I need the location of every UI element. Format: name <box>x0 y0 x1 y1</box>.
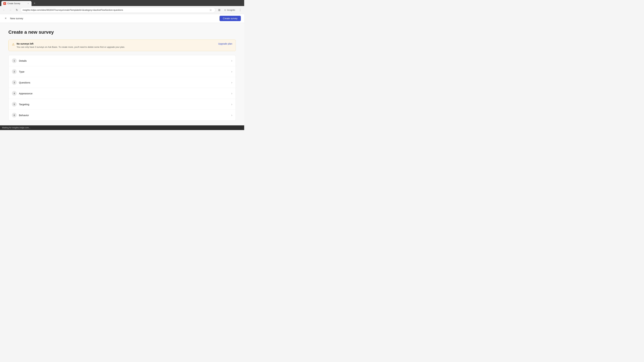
url-bar[interactable]: insights.hotjar.com/sites/3818347/survey… <box>20 7 216 13</box>
warning-text: You can only have 3 surveys on Ask Basic… <box>16 46 213 48</box>
menu-button[interactable]: ⋮ <box>238 7 243 13</box>
menu-icon: ⋮ <box>239 8 242 11</box>
chevron-icon: › <box>231 59 232 62</box>
extensions-icon: ⊞ <box>218 8 220 11</box>
step-label: Questions <box>19 81 231 84</box>
tab-close-button[interactable]: × <box>27 2 30 5</box>
step-label: Details <box>19 59 231 62</box>
extensions-button[interactable]: ⊞ <box>216 7 222 13</box>
create-survey-button[interactable]: Create survey <box>220 16 241 21</box>
step-number: 6 <box>12 113 16 117</box>
warning-banner: ⚠ No surveys left You can only have 3 su… <box>8 39 236 51</box>
page-title: Create a new survey <box>8 29 236 35</box>
step-number: 4 <box>12 91 16 96</box>
warning-icon: ⚠ <box>12 42 14 46</box>
incognito-button[interactable]: ⊙ Incognito <box>222 8 237 12</box>
step-number: 3 <box>12 80 16 85</box>
app-header: × New survey Create survey <box>0 14 244 23</box>
tab-label: Create Survey <box>8 2 26 5</box>
address-bar-actions: ⊞ ⊙ Incognito ⋮ <box>216 7 243 13</box>
chevron-icon: › <box>231 103 232 106</box>
step-item-questions[interactable]: 3 Questions › <box>8 77 236 88</box>
tab-bar: H Create Survey × + <box>0 0 244 6</box>
forward-button[interactable]: → <box>8 7 13 13</box>
step-item-behavior[interactable]: 6 Behavior › <box>8 110 236 120</box>
warning-title: No surveys left <box>16 42 213 45</box>
upgrade-plan-link[interactable]: Upgrade plan <box>215 42 232 45</box>
main-content: Create a new survey ⚠ No surveys left Yo… <box>0 23 244 125</box>
chevron-icon: › <box>231 113 232 117</box>
step-label: Type <box>19 70 231 73</box>
url-text: insights.hotjar.com/sites/3818347/survey… <box>23 9 206 11</box>
status-text: Waiting for insights.hotjar.com... <box>2 126 242 129</box>
reload-icon: ↻ <box>16 8 18 11</box>
tab-favicon: H <box>3 2 6 5</box>
new-tab-button[interactable]: + <box>32 1 37 6</box>
incognito-label: Incognito <box>227 9 235 11</box>
step-number: 1 <box>12 58 16 63</box>
step-item-targeting[interactable]: 5 Targeting › <box>8 99 236 110</box>
step-item-type[interactable]: 2 Type › <box>8 66 236 77</box>
bookmark-icon[interactable]: ☆ <box>208 7 213 13</box>
warning-content: No surveys left You can only have 3 surv… <box>16 42 213 48</box>
active-tab[interactable]: H Create Survey × <box>1 1 32 6</box>
step-item-details[interactable]: 1 Details › <box>8 55 236 66</box>
chevron-icon: › <box>231 70 232 73</box>
reload-button[interactable]: ↻ <box>14 7 20 13</box>
steps-list: 1 Details › 2 Type › 3 Questions › 4 App… <box>8 55 236 121</box>
step-number: 2 <box>12 69 16 74</box>
close-button[interactable]: × <box>3 16 8 21</box>
close-icon: × <box>5 16 7 20</box>
incognito-icon: ⊙ <box>224 9 226 11</box>
address-bar: ← → ↻ insights.hotjar.com/sites/3818347/… <box>0 6 244 14</box>
step-label: Targeting <box>19 103 231 106</box>
step-label: Behavior <box>19 114 231 117</box>
step-number: 5 <box>12 102 16 107</box>
forward-icon: → <box>9 8 12 11</box>
back-icon: ← <box>3 8 5 11</box>
app-header-title: New survey <box>10 17 23 20</box>
chevron-icon: › <box>231 81 232 84</box>
status-bar: Waiting for insights.hotjar.com... <box>0 125 244 130</box>
back-button[interactable]: ← <box>1 7 7 13</box>
step-label: Appearance <box>19 92 231 95</box>
chevron-icon: › <box>231 92 232 95</box>
step-item-appearance[interactable]: 4 Appearance › <box>8 88 236 99</box>
